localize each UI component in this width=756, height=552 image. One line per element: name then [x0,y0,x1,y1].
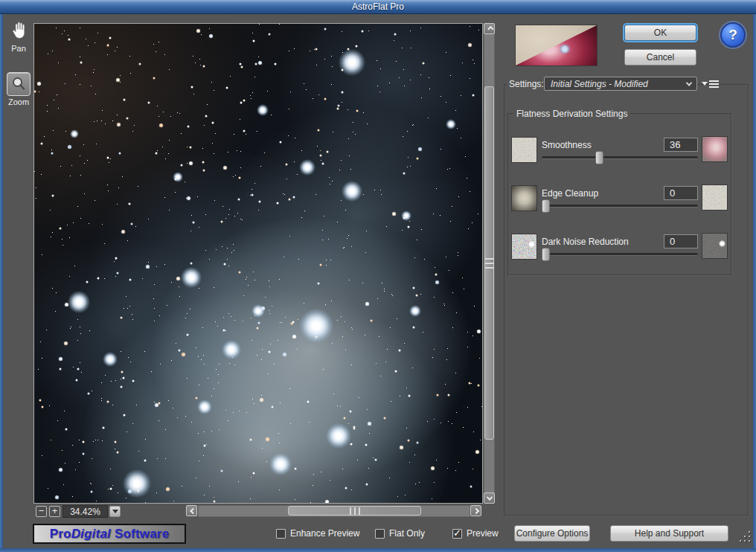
bright-star [103,352,118,367]
enhance-preview-checkbox[interactable]: Enhance Preview [276,528,359,539]
smoothness-slider-thumb[interactable] [595,151,603,164]
smoothness-value-input[interactable] [664,138,698,152]
checkbox-icon [452,529,462,539]
bright-star [197,399,212,414]
dark-noise-reduction-slider[interactable] [542,248,698,261]
edge-cleanup-slider-thumb[interactable] [542,199,550,213]
dark-noise-slider-thumb[interactable] [542,248,550,261]
bright-star [181,267,202,288]
logo-text: ProDigital Software [50,527,170,542]
scroll-left-button[interactable] [186,505,197,516]
bright-star [269,453,292,475]
window-border-right [753,14,756,548]
smoothness-row: Smoothness [507,134,731,180]
edge-cleanup-value-input[interactable] [664,186,698,200]
help-button[interactable]: ? [720,22,746,48]
triangle-down-icon [112,510,118,513]
star-dot [719,240,725,247]
flat-only-label: Flat Only [389,528,425,539]
zoom-out-button[interactable]: − [36,506,47,517]
image-preview-area[interactable] [33,23,483,504]
enhance-preview-label: Enhance Preview [290,528,359,539]
settings-preset-dropdown[interactable]: Initial Settings - Modified [544,77,697,91]
bright-star [446,119,456,129]
edge-cleanup-row: Edge Cleanup [507,182,731,228]
dark-noise-value-input[interactable] [664,234,698,248]
vertical-scroll-thumb[interactable] [484,86,494,440]
smoothness-before-thumbnail [511,137,537,163]
bright-star [342,181,362,202]
scroll-grip [485,263,494,264]
slider-track[interactable] [542,156,698,159]
chevron-down-icon [486,494,492,500]
nebula-blue-highlight [558,45,571,54]
bright-star [222,340,241,359]
flatness-group-title: Flatness Derivation Settings [513,109,630,119]
chevron-down-icon [686,80,692,86]
bright-star [173,172,183,182]
dark-noise-before-thumbnail [511,234,537,260]
astroflat-pro-window: AstroFlat Pro Pan Zoom [0,0,756,552]
dark-noise-after-thumbnail [702,233,728,259]
smoothness-after-thumbnail [702,136,728,162]
chevron-right-icon [472,507,478,513]
zoom-tool-button[interactable]: Zoom [6,72,31,106]
bright-star [326,423,351,449]
configure-options-button[interactable]: Configure Options [514,525,590,542]
chevron-up-icon [487,25,493,31]
hand-pan-icon [10,32,28,42]
menu-lines-icon [709,80,719,88]
bright-star [401,211,411,221]
cancel-button[interactable]: Cancel [624,49,696,65]
bright-star [299,159,315,176]
prodigital-software-logo[interactable]: ProDigital Software [33,524,186,544]
magnifier-icon [7,72,31,96]
bright-star [252,304,265,318]
window-resize-grip[interactable] [740,531,752,543]
scroll-grip [354,507,356,515]
preview-horizontal-scrollbar[interactable] [198,505,470,517]
zoom-level-field[interactable]: 34.42% [63,505,108,518]
checkbox-icon [276,529,286,539]
zoom-tool-label: Zoom [6,97,31,106]
bright-star [257,104,269,116]
preview-checkbox[interactable]: Preview [452,528,499,539]
horizontal-scroll-thumb[interactable] [288,506,421,516]
bright-star [339,49,365,76]
slider-track[interactable] [542,205,698,208]
pan-tool-button[interactable]: Pan [6,21,31,53]
triangle-down-icon [702,82,708,86]
selected-preset-text: Initial Settings - Modified [545,79,687,89]
starfield-large-stars [34,24,36,26]
bright-star [123,469,151,498]
flat-only-checkbox[interactable]: Flat Only [375,528,425,539]
smoothness-slider[interactable] [542,151,698,164]
zoom-in-button[interactable]: + [49,506,60,517]
pan-tool-label: Pan [6,44,31,53]
scroll-right-button[interactable] [470,505,481,516]
scroll-up-button[interactable] [484,23,495,34]
preview-vertical-scrollbar[interactable] [484,23,495,504]
titlebar[interactable]: AstroFlat Pro [0,0,756,14]
before-after-preview-thumbnail [515,25,598,66]
scroll-down-button[interactable] [484,492,495,504]
scroll-grip [485,258,494,260]
slider-track[interactable] [542,253,698,256]
zoom-level-dropdown-button[interactable] [109,506,121,517]
bright-star [68,291,90,313]
ok-button[interactable]: OK [624,25,696,41]
dark-noise-reduction-label: Dark Noise Reduction [542,237,629,247]
after-red-nebula-half [516,25,597,65]
bright-star [70,129,79,138]
window-title: AstroFlat Pro [352,1,404,12]
bright-star [409,305,421,317]
edge-cleanup-slider[interactable] [542,199,698,213]
checkbox-icon [375,529,385,539]
edge-cleanup-label: Edge Cleanup [542,188,598,199]
dark-noise-reduction-row: Dark Noise Reduction [507,231,731,277]
edge-cleanup-after-thumbnail [702,184,728,211]
edge-cleanup-before-thumbnail [511,185,537,211]
smoothness-label: Smoothness [542,140,592,150]
preset-flyout-menu-icon[interactable] [702,79,718,89]
help-and-support-button[interactable]: Help and Support [610,525,728,542]
